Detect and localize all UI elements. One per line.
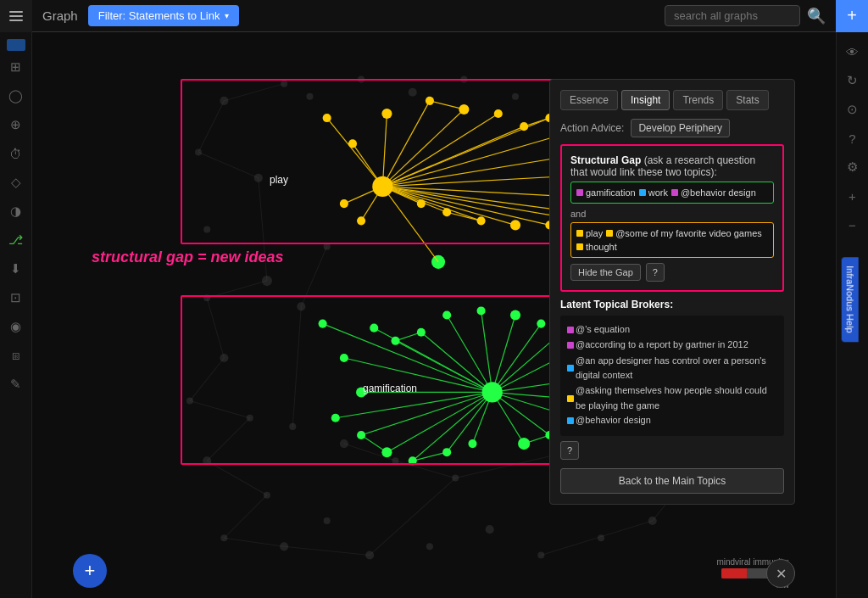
svg-point-158 (348, 139, 357, 148)
svg-point-114 (468, 439, 476, 448)
tag-work: work (639, 187, 668, 198)
hide-gap-row: Hide the Gap ? (570, 263, 774, 282)
diamond-icon[interactable]: ◇ (3, 170, 29, 195)
add-icon: + (85, 560, 96, 582)
svg-point-125 (442, 310, 451, 319)
svg-line-84 (413, 392, 492, 461)
svg-line-82 (361, 392, 492, 435)
download-icon[interactable]: ⬇ (3, 256, 29, 282)
plus-zoom-icon[interactable]: + (840, 183, 865, 209)
svg-line-59 (370, 478, 455, 556)
svg-line-135 (382, 114, 498, 187)
svg-line-52 (190, 358, 224, 401)
svg-line-58 (284, 546, 370, 555)
svg-line-130 (327, 118, 383, 187)
graph-canvas[interactable]: structural gap = new ideas play gamifica… (32, 32, 836, 598)
svg-point-174 (442, 208, 451, 216)
back-to-main-topics-button[interactable]: Back to the Main Topics (560, 468, 784, 494)
broker-dot-gartner (567, 342, 574, 349)
left-sidebar: ⊞ ◯ ⊕ ⏱ ◇ ◑ ⎇ ⬇ ⊡ ◉ ⧆ ✎ (0, 32, 32, 598)
minus-zoom-icon[interactable]: − (840, 212, 865, 238)
svg-point-124 (477, 306, 486, 315)
close-icon: ✕ (776, 566, 787, 582)
svg-point-122 (537, 320, 545, 328)
broker-gartner: @according to a report by gartner in 201… (567, 338, 748, 353)
svg-point-177 (340, 199, 348, 208)
svg-point-112 (409, 456, 417, 465)
tag-dot-behavior-design (671, 189, 678, 196)
help-circle-icon[interactable]: ? (840, 126, 865, 151)
filter-button[interactable]: Filter: Statements to Link ▾ (88, 5, 240, 26)
svg-line-73 (541, 521, 652, 555)
user-icon[interactable]: ◉ (3, 314, 29, 339)
structural-gap-title: Structural Gap (ask a research question … (570, 154, 774, 178)
save-icon[interactable]: ⊡ (3, 285, 29, 310)
pen-icon[interactable]: ✎ (3, 372, 29, 397)
share-icon[interactable]: ⎇ (3, 227, 29, 253)
svg-point-4 (203, 226, 210, 232)
filter-arrow-icon: ▾ (225, 11, 229, 20)
svg-point-105 (482, 382, 503, 402)
structural-gap-help-button[interactable]: ? (646, 263, 665, 282)
svg-line-47 (198, 101, 224, 153)
menu-button[interactable] (0, 0, 32, 32)
broker-dot-app-designer (567, 365, 574, 372)
globe-icon[interactable]: ⊕ (3, 112, 29, 137)
broker-asking: @asking themselves how people should cou… (567, 383, 776, 413)
search-input[interactable] (665, 5, 800, 26)
tab-essence[interactable]: Essence (560, 90, 618, 110)
time-icon[interactable]: ⊙ (840, 97, 865, 122)
brokers-box: @'s equation @according to a report by g… (560, 316, 784, 436)
contrast-icon[interactable]: ◑ (3, 198, 29, 224)
svg-line-51 (207, 298, 224, 358)
profile-icon: + (847, 6, 857, 25)
cluster2-tags: play @some of my favorite video games th… (570, 222, 774, 258)
tab-insight[interactable]: Insight (621, 90, 670, 110)
and-text: and (570, 209, 774, 219)
close-button[interactable]: ✕ (766, 559, 795, 588)
svg-line-55 (207, 461, 267, 495)
svg-point-35 (324, 243, 331, 250)
svg-point-108 (356, 387, 366, 397)
settings-icon[interactable]: ⚙ (840, 154, 865, 180)
svg-point-162 (494, 109, 503, 118)
svg-point-156 (372, 176, 392, 197)
clock-icon[interactable]: ⏱ (3, 141, 29, 166)
layers-icon[interactable]: ⊞ (3, 54, 29, 80)
blue-rect-icon[interactable] (7, 39, 25, 51)
broker-behavior-design: @behavior design (567, 413, 651, 428)
hide-gap-button[interactable]: Hide the Gap (570, 264, 641, 281)
tag-gamification: gamification (576, 187, 636, 198)
develop-periphery-button[interactable]: Develop Periphery (631, 119, 730, 137)
add-button[interactable]: + (73, 554, 107, 588)
eye-icon[interactable]: 👁 (840, 39, 865, 64)
svg-point-175 (417, 199, 426, 208)
tab-stats[interactable]: Stats (726, 90, 768, 110)
search-area: 🔍 (665, 5, 829, 27)
svg-point-159 (381, 109, 392, 119)
refresh-icon[interactable]: ↻ (840, 68, 865, 93)
brokers-help-button[interactable]: ? (560, 441, 579, 460)
svg-line-96 (481, 310, 492, 392)
svg-line-79 (344, 358, 492, 392)
mindviral-fill (721, 568, 747, 578)
search-button[interactable]: 🔍 (804, 5, 829, 27)
tab-trends[interactable]: Trends (673, 90, 723, 110)
svg-point-173 (477, 216, 486, 225)
svg-line-151 (430, 101, 464, 109)
svg-point-157 (323, 114, 331, 122)
profile-button[interactable]: + (836, 0, 868, 32)
svg-point-17 (486, 525, 494, 534)
svg-point-110 (357, 431, 365, 439)
svg-point-109 (331, 414, 340, 422)
trash-icon[interactable]: ⧆ (3, 343, 29, 368)
svg-point-123 (510, 310, 520, 320)
infranodus-help-tab[interactable]: InfraNodus Help (841, 257, 858, 342)
circle-icon[interactable]: ◯ (3, 83, 29, 109)
tag-dot-work (639, 189, 646, 196)
svg-line-54 (207, 418, 250, 461)
svg-line-46 (224, 84, 284, 101)
svg-point-14 (324, 517, 331, 524)
svg-point-126 (417, 328, 426, 337)
svg-line-50 (207, 281, 267, 298)
